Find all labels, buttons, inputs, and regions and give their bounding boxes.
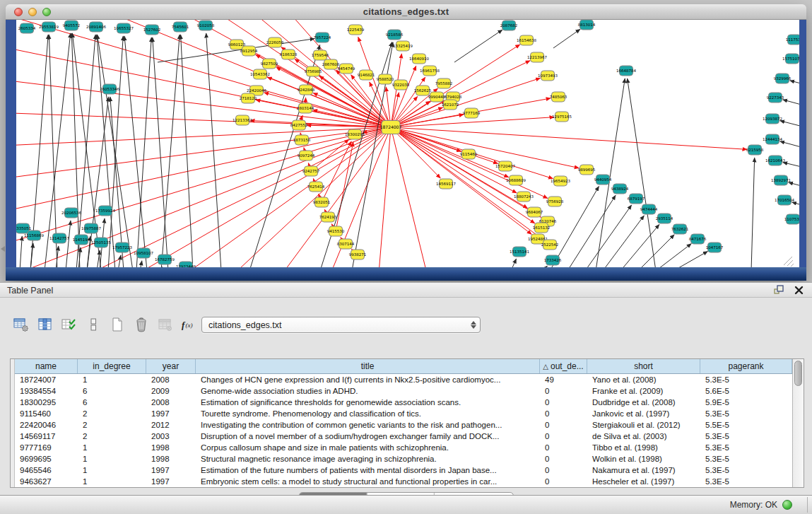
table-row[interactable]: 1830029562008Estimation of significance …: [15, 397, 792, 408]
table-row[interactable]: 977716911998Corpus callosum shape and si…: [15, 442, 792, 453]
table-cell[interactable]: 2012: [146, 419, 196, 431]
network-node[interactable]: 1733426: [544, 255, 562, 265]
network-node[interactable]: 1145194: [73, 235, 90, 245]
table-source-select[interactable]: citations_edges.txt: [201, 317, 481, 333]
network-node[interactable]: 10958107: [134, 248, 153, 258]
network-node[interactable]: 13892971: [771, 175, 791, 185]
table-cell[interactable]: 2008: [146, 374, 196, 385]
table-cell[interactable]: 5.9E-5: [700, 397, 792, 408]
table-cell[interactable]: Franke et al. (2009): [587, 385, 700, 397]
network-canvas[interactable]: 1872400718300295986012389129542226058982…: [16, 20, 799, 267]
network-node[interactable]: 7625414: [307, 182, 325, 192]
network-edge[interactable]: [567, 195, 616, 267]
table-cell[interactable]: 1997: [146, 465, 196, 476]
table-cell[interactable]: 0: [540, 453, 587, 465]
network-node[interactable]: 7955882: [435, 78, 453, 88]
network-edge[interactable]: [780, 141, 799, 153]
table-cell[interactable]: 1: [78, 465, 146, 476]
network-node[interactable]: 9218586: [386, 30, 404, 40]
table-cell[interactable]: 1: [78, 442, 146, 453]
select-rows-checks-icon[interactable]: [61, 316, 78, 333]
network-edge[interactable]: [792, 202, 799, 211]
table-cell[interactable]: Genome-wide association studies in ADHD.: [196, 385, 540, 397]
table-cell[interactable]: Stergiakouli et al. (2012): [587, 419, 700, 431]
network-node[interactable]: 1615132: [533, 223, 551, 233]
network-node[interactable]: 9756985: [305, 66, 322, 76]
network-node[interactable]: 18640910: [409, 54, 429, 64]
table-cell[interactable]: 5.3E-5: [700, 465, 792, 476]
network-edge[interactable]: [377, 127, 391, 267]
table-cell[interactable]: 6: [78, 385, 146, 397]
network-edge[interactable]: [264, 127, 391, 267]
table-cell[interactable]: 19384554: [15, 385, 78, 397]
network-node[interactable]: 9684067: [526, 207, 543, 217]
network-edge[interactable]: [789, 182, 799, 192]
table-cell[interactable]: 9465546: [15, 465, 78, 476]
table-cell[interactable]: Embryonic stem cells: a model to study s…: [196, 476, 540, 487]
network-edge[interactable]: [16, 127, 391, 218]
column-header-pagerank[interactable]: pagerank: [700, 359, 792, 373]
table-row[interactable]: 969969511998Structural magnetic resonanc…: [15, 453, 792, 465]
table-cell[interactable]: Dudbridge et al. (2008): [587, 397, 700, 408]
table-cell[interactable]: Structural magnetic resonance image aver…: [196, 453, 540, 465]
table-cell[interactable]: 5.3E-5: [700, 374, 792, 385]
table-cell[interactable]: 0: [540, 431, 587, 442]
network-edge[interactable]: [20, 236, 22, 267]
table-cell[interactable]: 0: [540, 442, 587, 453]
network-node[interactable]: 1873158: [293, 135, 311, 145]
network-edge[interactable]: [110, 97, 124, 267]
network-node[interactable]: 9322033: [392, 80, 410, 90]
network-edge[interactable]: [391, 127, 548, 198]
network-node[interactable]: 6879197: [628, 194, 645, 204]
network-edge[interactable]: [783, 163, 799, 172]
network-node[interactable]: 17016504: [775, 195, 794, 205]
window-titlebar[interactable]: citations_edges.txt: [6, 4, 806, 20]
network-node[interactable]: 20553819: [39, 22, 59, 32]
network-edge[interactable]: [780, 121, 799, 132]
network-node[interactable]: 9102058: [197, 21, 215, 30]
table-cell[interactable]: 9115460: [15, 408, 78, 419]
table-cell[interactable]: 0: [540, 408, 587, 419]
merge-rows-icon[interactable]: [85, 316, 102, 333]
network-node[interactable]: 12505135: [91, 238, 111, 247]
network-edge[interactable]: [140, 261, 142, 267]
show-column-icon[interactable]: [37, 316, 54, 333]
network-node[interactable]: 14569117: [436, 179, 456, 189]
network-edge[interactable]: [322, 141, 351, 202]
network-node[interactable]: 20206536: [61, 208, 81, 218]
table-cell[interactable]: 5.6E-5: [700, 385, 792, 397]
table-cell[interactable]: 9699695: [15, 453, 78, 465]
memory-status-led-icon[interactable]: [782, 500, 792, 510]
network-node[interactable]: 16961758: [420, 66, 440, 76]
function-builder-icon[interactable]: f(x): [181, 316, 198, 333]
network-node[interactable]: 1107533: [784, 214, 799, 224]
column-header-name[interactable]: name: [15, 359, 78, 373]
table-cell[interactable]: 14569117: [15, 431, 78, 442]
table-row[interactable]: 946554611997Estimation of the future num…: [15, 465, 792, 476]
network-node[interactable]: 9242757: [302, 166, 320, 176]
network-node[interactable]: 19654923: [551, 176, 570, 186]
network-graph[interactable]: 1872400718300295986012389129542226058982…: [16, 20, 799, 267]
network-edge[interactable]: [628, 78, 656, 267]
table-cell[interactable]: 0: [540, 419, 587, 431]
table-cell[interactable]: Estimation of significance thresholds fo…: [196, 397, 540, 408]
column-header-in_degree[interactable]: in_degree: [78, 359, 146, 373]
delete-table-icon[interactable]: [133, 316, 150, 333]
table-cell[interactable]: 5.3E-5: [700, 476, 792, 487]
network-edge[interactable]: [511, 259, 517, 267]
table-row[interactable]: 946362711997Embryonic stem cells: a mode…: [15, 476, 792, 487]
table-cell[interactable]: 5.3E-5: [700, 442, 792, 453]
column-header-short[interactable]: short: [587, 359, 700, 373]
table-cell[interactable]: 5.3E-5: [700, 408, 792, 419]
network-node[interactable]: 9242848: [298, 85, 315, 95]
network-node[interactable]: 16782759: [155, 255, 175, 264]
table-cell[interactable]: Tibbo et al. (1998): [587, 442, 700, 453]
table-row[interactable]: 1456911722003Disruption of a novel membe…: [15, 431, 792, 442]
network-node[interactable]: 12213363: [233, 115, 252, 125]
network-edge[interactable]: [313, 93, 391, 127]
network-node[interactable]: 20891406: [86, 22, 106, 32]
float-panel-icon[interactable]: [774, 285, 784, 298]
network-edge[interactable]: [596, 78, 625, 267]
network-node[interactable]: 7624193: [319, 212, 337, 222]
network-edge[interactable]: [391, 61, 530, 127]
